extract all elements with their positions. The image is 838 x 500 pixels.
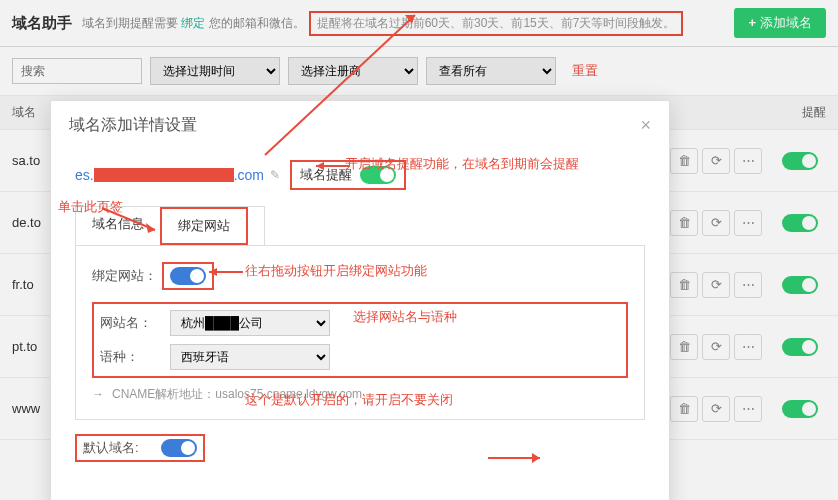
bind-site-toggle[interactable] (170, 267, 206, 285)
lang-label: 语种： (100, 348, 170, 366)
tab-info[interactable]: 域名信息 (76, 207, 160, 245)
remind-label: 域名提醒 (300, 166, 352, 184)
default-domain-label: 默认域名: (83, 439, 153, 457)
close-icon[interactable]: × (640, 115, 651, 136)
domain-remind-toggle[interactable] (360, 166, 396, 184)
pencil-icon[interactable]: ✎ (270, 168, 280, 182)
tab-bind[interactable]: 绑定网站 (160, 207, 248, 245)
site-name-label: 网站名： (100, 314, 170, 332)
default-domain-box: 默认域名: (75, 434, 205, 462)
tabs: 域名信息 绑定网站 (75, 206, 265, 245)
modal: 域名添加详情设置 × es..com✎ 域名提醒 域名信息 绑定网站 绑定网站：… (50, 100, 670, 500)
redacted-domain (94, 168, 234, 182)
tab-content: 绑定网站： 网站名： 杭州████公司 语种： 西班牙语 →CNAME解析地址：… (75, 245, 645, 420)
site-name-select[interactable]: 杭州████公司 (170, 310, 330, 336)
default-domain-toggle[interactable] (161, 439, 197, 457)
lang-select[interactable]: 西班牙语 (170, 344, 330, 370)
modal-title: 域名添加详情设置 (69, 115, 197, 136)
site-lang-group: 网站名： 杭州████公司 语种： 西班牙语 (92, 302, 628, 378)
bind-site-label: 绑定网站： (92, 267, 162, 285)
domain-name: es..com✎ (75, 167, 280, 183)
cname-info: →CNAME解析地址：usalos75.cname.ldygw.com (92, 386, 628, 403)
remind-toggle-box: 域名提醒 (290, 160, 406, 190)
arrow-right-icon: → (92, 387, 104, 401)
